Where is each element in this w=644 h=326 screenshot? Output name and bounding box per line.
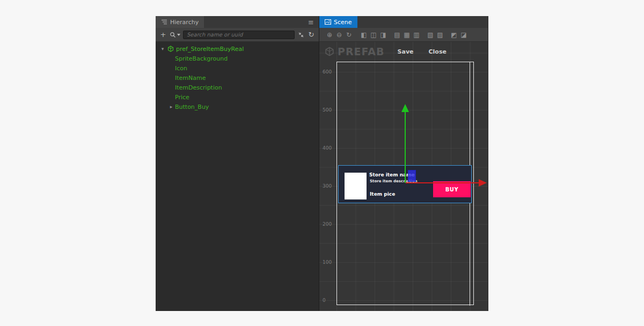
panel-menu-icon[interactable]: ≡ <box>303 16 319 28</box>
tree-root-label: pref_StoreItemBuyReal <box>176 46 244 53</box>
gizmo-origin-handle[interactable] <box>408 170 416 182</box>
prefab-mode-header: PREFAB Save Close <box>325 46 450 57</box>
prefab-mode-label: PREFAB <box>338 46 385 57</box>
tree-node-label: SpriteBackground <box>175 55 228 62</box>
ruler-label: 500 <box>323 107 332 113</box>
caret-down-icon[interactable]: ▾ <box>160 46 165 51</box>
stretch-vertical-icon[interactable]: ◪ <box>459 31 469 39</box>
tab-scene-label: Scene <box>334 19 352 26</box>
ruler-label: 200 <box>323 221 332 227</box>
gizmo-x-axis[interactable] <box>406 182 479 183</box>
distribute-vertical-icon[interactable]: ▨ <box>435 31 445 39</box>
tree-row-itemdescription[interactable]: ItemDescription <box>156 83 319 92</box>
ruler-label: 100 <box>323 260 332 265</box>
item-icon-placeholder <box>345 173 367 199</box>
hierarchy-tabbar: Hierarchy ≡ <box>156 16 319 28</box>
hierarchy-tree: ▾ pref_StoreItemBuyReal SpriteBackground… <box>156 42 319 311</box>
ruler-label: 600 <box>323 69 332 75</box>
tree-node-label: Price <box>175 94 189 101</box>
tree-row-itemname[interactable]: ItemName <box>156 73 319 83</box>
zoom-out-icon[interactable]: ⊖ <box>334 31 344 39</box>
gizmo-y-axis[interactable] <box>405 112 406 183</box>
prefab-icon <box>167 46 174 52</box>
collapse-all-icon[interactable] <box>297 32 305 38</box>
align-right-icon[interactable]: ◨ <box>378 31 388 39</box>
tab-hierarchy[interactable]: Hierarchy <box>156 16 204 28</box>
align-left-icon[interactable]: ◧ <box>359 31 369 39</box>
scene-tabbar: Scene <box>319 16 488 28</box>
collapse-arrows-icon <box>298 32 304 38</box>
tree-row-price[interactable]: Price <box>156 92 319 102</box>
align-horizontal-center-icon[interactable]: ◫ <box>369 31 378 39</box>
align-vertical-center-icon[interactable]: ▦ <box>402 31 412 39</box>
refresh-icon[interactable]: ↻ <box>308 31 315 39</box>
tree-node-label: Button_Buy <box>175 103 209 110</box>
scene-toolbar: ⊕ ⊖ ↻ ◧ ◫ ◨ ▤ ▦ ▥ ▧ ▨ ◩ ◪ <box>319 28 488 42</box>
chevron-down-icon <box>177 34 180 36</box>
hierarchy-icon <box>161 19 167 25</box>
gizmo-x-arrowhead[interactable] <box>479 179 487 187</box>
search-input[interactable] <box>183 31 295 39</box>
tab-hierarchy-label: Hierarchy <box>170 19 199 26</box>
tree-node-label: ItemName <box>175 75 206 82</box>
item-price-text: Item pice <box>370 191 395 197</box>
hierarchy-toolbar: + ↻ <box>156 28 319 42</box>
search-icon <box>170 32 176 38</box>
scene-panel: Scene ⊕ ⊖ ↻ ◧ ◫ ◨ ▤ ▦ ▥ ▧ ▨ ◩ ◪ PREFA <box>319 16 488 311</box>
tree-row-root[interactable]: ▾ pref_StoreItemBuyReal <box>156 44 319 54</box>
ruler-label: 300 <box>323 183 332 189</box>
distribute-horizontal-icon[interactable]: ▧ <box>426 31 435 39</box>
save-button[interactable]: Save <box>394 48 417 56</box>
tree-node-label: Icon <box>175 65 187 72</box>
align-top-icon[interactable]: ▤ <box>392 31 402 39</box>
create-node-button[interactable]: + <box>159 31 167 39</box>
align-bottom-icon[interactable]: ▥ <box>412 31 421 39</box>
tree-row-spritebackground[interactable]: SpriteBackground <box>156 54 319 63</box>
hierarchy-panel: Hierarchy ≡ + ↻ ▾ <box>156 16 319 311</box>
caret-right-icon[interactable]: ▸ <box>169 104 174 109</box>
editor-window: Hierarchy ≡ + ↻ ▾ <box>156 16 488 311</box>
prefab-badge-icon <box>325 47 334 56</box>
search-filter-button[interactable] <box>170 32 180 38</box>
tab-scene[interactable]: Scene <box>319 16 357 28</box>
scene-canvas[interactable]: PREFAB Save Close 600 500 400 300 200 10… <box>319 42 488 311</box>
buy-button[interactable]: BUY <box>433 181 471 197</box>
tree-node-label: ItemDescription <box>175 84 222 91</box>
tree-row-icon[interactable]: Icon <box>156 63 319 73</box>
ruler-label: 400 <box>323 145 332 151</box>
zoom-in-icon[interactable]: ⊕ <box>325 31 334 39</box>
ruler-label: 0 <box>323 298 326 303</box>
gizmo-y-arrowhead[interactable] <box>401 104 409 112</box>
stretch-horizontal-icon[interactable]: ◩ <box>449 31 459 39</box>
scene-icon <box>325 19 331 25</box>
reset-view-icon[interactable]: ↻ <box>344 31 354 39</box>
close-button[interactable]: Close <box>426 48 450 56</box>
tree-row-button-buy[interactable]: ▸ Button_Buy <box>156 102 319 112</box>
